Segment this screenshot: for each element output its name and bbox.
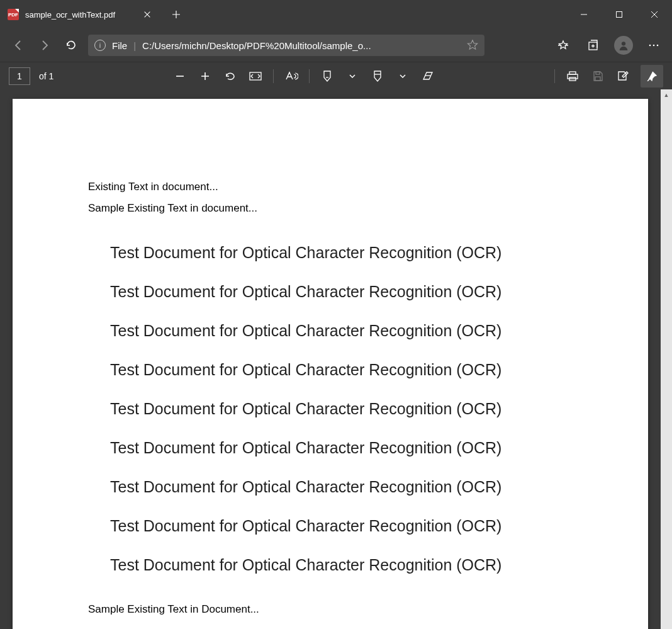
- pdf-toolbar: of 1: [0, 62, 672, 89]
- ocr-text-line: Test Document for Optical Character Reco…: [110, 400, 573, 418]
- ocr-text-line: Test Document for Optical Character Reco…: [110, 478, 573, 496]
- ocr-text-line: Test Document for Optical Character Reco…: [110, 322, 573, 340]
- ocr-text-line: Test Document for Optical Character Reco…: [110, 361, 573, 379]
- erase-button[interactable]: [420, 69, 435, 84]
- document-text: Sample Existing Text in document...: [88, 202, 573, 215]
- svg-rect-0: [617, 12, 622, 18]
- back-button[interactable]: [9, 36, 28, 55]
- separator: |: [133, 40, 136, 51]
- protocol-label: File: [112, 40, 127, 51]
- svg-point-2: [622, 42, 625, 45]
- pdf-file-icon: PDF: [8, 9, 19, 20]
- forward-button[interactable]: [35, 36, 54, 55]
- new-tab-button[interactable]: [164, 0, 189, 29]
- page-count-label: of 1: [39, 71, 53, 81]
- document-text: Existing Text in document...: [88, 181, 573, 193]
- titlebar: PDF sample_ocr_withText.pdf: [0, 0, 672, 29]
- maximize-button[interactable]: [602, 0, 637, 29]
- close-window-button[interactable]: [637, 0, 672, 29]
- svg-rect-11: [595, 77, 600, 81]
- scrollbar[interactable]: ▲: [661, 89, 672, 629]
- fit-page-button[interactable]: [248, 69, 263, 84]
- pdf-viewer: Existing Text in document... Sample Exis…: [0, 89, 672, 629]
- zoom-in-button[interactable]: [198, 69, 213, 84]
- chevron-down-icon[interactable]: [345, 69, 360, 84]
- star-icon[interactable]: [467, 39, 478, 52]
- ocr-text-block: Test Document for Optical Character Reco…: [110, 244, 573, 574]
- menu-button[interactable]: [644, 36, 663, 55]
- minimize-button[interactable]: [566, 0, 602, 29]
- read-aloud-button[interactable]: [284, 69, 299, 84]
- favorites-button[interactable]: [554, 36, 573, 55]
- refresh-button[interactable]: [62, 36, 81, 55]
- url-text: C:/Users/michn/Desktop/PDF%20Multitool/s…: [142, 40, 461, 51]
- pin-toolbar-button[interactable]: [641, 65, 663, 88]
- close-tab-button[interactable]: [138, 6, 156, 23]
- window-controls: [566, 0, 672, 29]
- save-as-button[interactable]: [615, 69, 630, 84]
- separator: [309, 69, 310, 83]
- browser-tab[interactable]: PDF sample_ocr_withText.pdf: [0, 0, 164, 29]
- svg-point-4: [653, 45, 655, 47]
- pdf-page: Existing Text in document... Sample Exis…: [13, 99, 648, 629]
- separator: [554, 69, 555, 83]
- draw-button[interactable]: [320, 69, 335, 84]
- print-button[interactable]: [565, 69, 580, 84]
- ocr-text-line: Test Document for Optical Character Reco…: [110, 556, 573, 574]
- page-scroll-area[interactable]: Existing Text in document... Sample Exis…: [0, 89, 661, 629]
- ocr-text-line: Test Document for Optical Character Reco…: [110, 283, 573, 301]
- ocr-text-line: Test Document for Optical Character Reco…: [110, 517, 573, 535]
- rotate-button[interactable]: [223, 69, 238, 84]
- svg-point-5: [657, 45, 659, 47]
- profile-button[interactable]: [614, 36, 633, 55]
- ocr-text-line: Test Document for Optical Character Reco…: [110, 244, 573, 262]
- svg-rect-10: [596, 72, 600, 74]
- document-text: Sample Existing Text in Document...: [88, 603, 573, 616]
- browser-window: PDF sample_ocr_withText.pdf i File | C:/…: [0, 0, 672, 629]
- highlight-button[interactable]: [370, 69, 385, 84]
- tab-title: sample_ocr_withText.pdf: [25, 10, 115, 20]
- separator: [273, 69, 274, 83]
- ocr-text-line: Test Document for Optical Character Reco…: [110, 439, 573, 457]
- collections-button[interactable]: [584, 36, 603, 55]
- chevron-down-icon[interactable]: [395, 69, 410, 84]
- scroll-up-icon[interactable]: ▲: [661, 89, 672, 101]
- address-bar[interactable]: i File | C:/Users/michn/Desktop/PDF%20Mu…: [88, 35, 484, 56]
- navigation-toolbar: i File | C:/Users/michn/Desktop/PDF%20Mu…: [0, 29, 672, 62]
- page-number-input[interactable]: [9, 67, 30, 85]
- site-info-icon[interactable]: i: [94, 40, 106, 51]
- save-button[interactable]: [590, 69, 605, 84]
- zoom-out-button[interactable]: [172, 69, 188, 84]
- svg-point-3: [649, 45, 651, 47]
